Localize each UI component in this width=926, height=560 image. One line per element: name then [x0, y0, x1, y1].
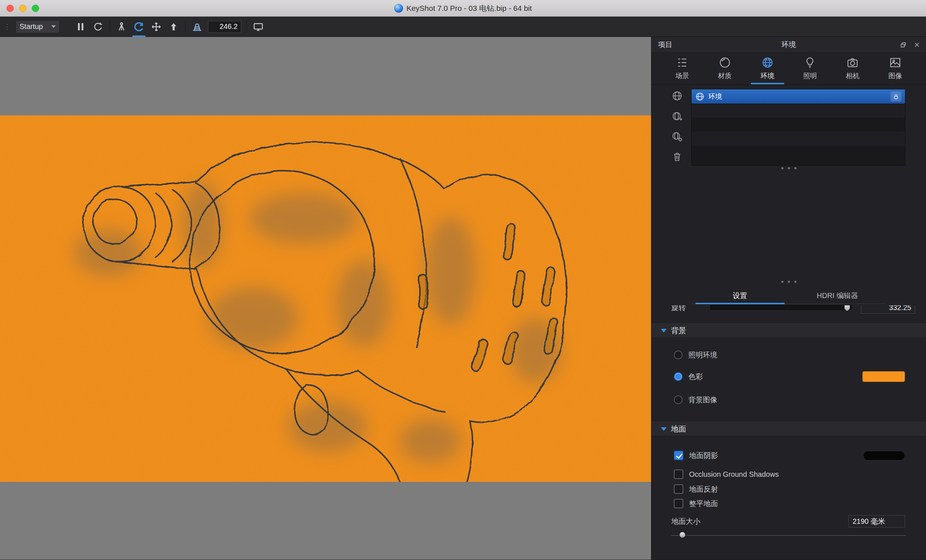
environment-list-empty-row[interactable] [691, 132, 905, 146]
tumble-camera-button[interactable] [130, 17, 148, 37]
section-title: 地面 [671, 424, 686, 434]
environment-settings-button[interactable] [671, 130, 683, 142]
rotation-value-field[interactable]: 332.25 [861, 305, 915, 314]
ground-section-header[interactable]: 地面 [651, 422, 926, 436]
environment-button[interactable] [671, 90, 683, 102]
checkbox-label: 整平地面 [689, 499, 718, 509]
environment-subtabs: 设置 HDRI 编辑器 [691, 288, 886, 304]
workspace-dropdown[interactable]: Startup [15, 20, 60, 33]
display-icon [253, 21, 264, 32]
ground-size-value: 2190 毫米 [853, 516, 885, 526]
keyshot-window: KeyShot 7.0 Pro - 03 电钻.bip - 64 bit ⋮ S… [0, 0, 926, 560]
traffic-lights [0, 5, 39, 12]
close-panel-button[interactable] [913, 41, 921, 49]
drill-toon-render [0, 115, 651, 482]
checkbox-unchecked-icon [674, 484, 683, 494]
flatten-ground-checkbox-row[interactable]: 整平地面 [674, 496, 905, 511]
shadow-color-swatch[interactable] [863, 451, 905, 460]
close-icon [914, 42, 920, 48]
lock-icon [893, 93, 899, 100]
minimize-window-button[interactable] [19, 5, 26, 12]
tab-label: 相机 [846, 71, 859, 81]
dolly-arrow-icon [168, 21, 179, 32]
lock-toggle[interactable] [891, 92, 902, 101]
background-option-color[interactable]: 色彩 [674, 369, 905, 384]
subtab-hdri-editor[interactable]: HDRI 编辑器 [789, 288, 887, 304]
tab-camera[interactable]: 相机 [834, 53, 872, 84]
tab-scene[interactable]: 场景 [663, 53, 701, 84]
tab-environment[interactable]: 环境 [749, 53, 786, 84]
subtab-label: HDRI 编辑器 [817, 291, 858, 301]
occlusion-shadows-checkbox-row[interactable]: Occlusion Ground Shadows [674, 467, 905, 482]
section-title: 背景 [671, 325, 686, 336]
ground-reflection-checkbox-row[interactable]: 地面反射 [674, 481, 905, 497]
chevron-down-icon [661, 427, 667, 431]
titlebar: KeyShot 7.0 Pro - 03 电钻.bip - 64 bit [0, 0, 926, 17]
tab-lighting[interactable]: 照明 [791, 53, 829, 84]
checkbox-label: 地面阴影 [689, 451, 718, 460]
lighting-bulb-icon [804, 56, 816, 69]
tab-material[interactable]: 材质 [706, 53, 744, 84]
panel-title: 项目 [651, 40, 672, 50]
radio-unselected-icon [674, 395, 682, 404]
checkbox-label: 地面反射 [689, 484, 718, 494]
panel-tab-bar: 场景 材质 环境 照明 [651, 53, 926, 85]
background-color-swatch[interactable] [862, 371, 905, 382]
tab-label: 材质 [718, 71, 732, 81]
rotation-slider[interactable] [710, 305, 852, 310]
add-environment-button[interactable] [671, 110, 683, 122]
environment-globe-icon [761, 56, 774, 69]
tumble-icon [133, 21, 144, 32]
subtab-settings[interactable]: 设置 [691, 288, 789, 304]
background-section-header[interactable]: 背景 [651, 324, 926, 338]
pan-icon [151, 21, 162, 32]
rotation-slider-knob[interactable] [844, 305, 850, 311]
render-viewport[interactable] [0, 37, 651, 560]
environment-list-empty-row[interactable] [691, 103, 905, 118]
toolbar-separator [185, 21, 186, 33]
trash-icon [672, 151, 682, 162]
pause-render-button[interactable] [72, 17, 89, 37]
perspective-button[interactable] [188, 17, 206, 37]
toolbar-separator [246, 21, 247, 33]
close-window-button[interactable] [6, 5, 14, 12]
project-panel: 项目 环境 场景 [651, 37, 926, 560]
panel-subtitle: 环境 [651, 40, 926, 50]
scene-orientation-button[interactable] [113, 17, 130, 37]
main-toolbar: ⋮ Startup [0, 17, 926, 37]
toolbar-grip-icon[interactable]: ⋮ [4, 23, 11, 31]
zoom-window-button[interactable] [32, 5, 39, 12]
panel-resize-handle-icon[interactable] [651, 167, 926, 169]
fullscreen-display-button[interactable] [250, 17, 267, 37]
globe-gear-icon [672, 131, 682, 142]
globe-plus-icon [672, 111, 682, 121]
undock-panel-button[interactable] [899, 41, 907, 49]
option-label: 照明环境 [688, 350, 717, 360]
environment-list-item[interactable]: 环境 [691, 89, 905, 103]
panel-resize-handle-icon[interactable] [651, 281, 926, 283]
environment-list-empty-row[interactable] [691, 146, 905, 160]
undock-icon [900, 42, 906, 48]
ground-size-slider[interactable] [671, 532, 906, 538]
pause-icon [75, 21, 86, 32]
background-option-lighting[interactable]: 照明环境 [674, 347, 905, 362]
rotation-value: 332.25 [889, 305, 911, 312]
keyshot-app-icon [394, 4, 403, 13]
dolly-camera-button[interactable] [165, 17, 182, 37]
ground-size-field[interactable]: 2190 毫米 [849, 515, 905, 527]
panel-header: 项目 环境 [651, 37, 926, 53]
environment-item-label: 环境 [708, 92, 722, 101]
environment-list-empty-row[interactable] [691, 118, 905, 132]
focal-length-field[interactable]: 246.2 [208, 21, 241, 33]
environment-globe-icon [695, 92, 705, 101]
ground-size-slider-knob[interactable] [679, 532, 685, 538]
background-option-image[interactable]: 背景图像 [674, 392, 905, 407]
window-title-text: KeyShot 7.0 Pro - 03 电钻.bip - 64 bit [407, 3, 532, 14]
panel-window-controls [899, 41, 926, 49]
realtime-render[interactable] [0, 115, 651, 482]
ground-shadows-checkbox-row[interactable]: 地面阴影 [674, 448, 905, 463]
tab-image[interactable]: 图像 [876, 53, 914, 84]
delete-environment-button[interactable] [671, 150, 683, 163]
toggle-render-mode-button[interactable] [89, 17, 107, 37]
pan-camera-button[interactable] [148, 17, 165, 37]
